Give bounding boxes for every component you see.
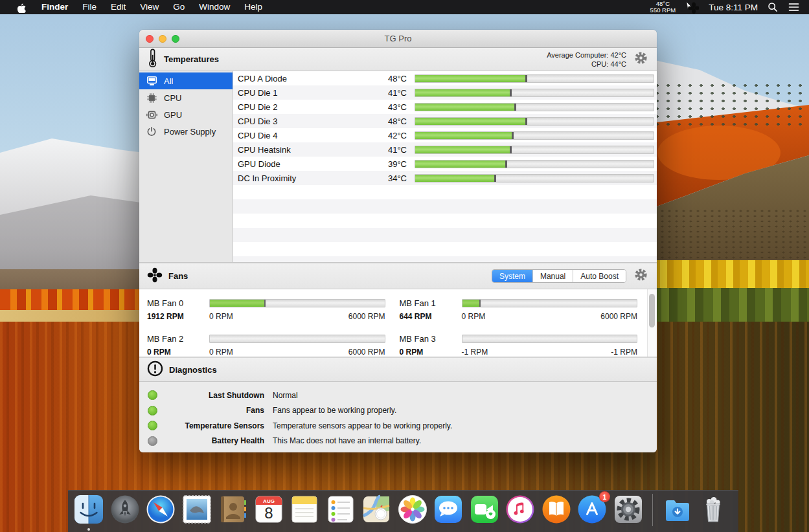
fans-title: Fans bbox=[168, 271, 188, 281]
menu-clock[interactable]: Tue 8:11 PM bbox=[709, 3, 758, 12]
zoom-button[interactable] bbox=[172, 35, 179, 43]
spotlight-search-icon[interactable] bbox=[768, 2, 778, 12]
dock-item-finder[interactable] bbox=[73, 494, 104, 525]
sensor-list: CPU A Diode48°CCPU Die 141°CCPU Die 243°… bbox=[233, 71, 657, 262]
menu-item-window[interactable]: Window bbox=[192, 0, 237, 14]
dock-item-reminders[interactable] bbox=[325, 494, 356, 525]
menu-item-finder[interactable]: Finder bbox=[34, 0, 75, 14]
temperature-row[interactable]: CPU Die 442°C bbox=[233, 128, 657, 142]
temperature-row[interactable]: CPU A Diode48°C bbox=[233, 71, 657, 85]
fans-settings-gear-icon[interactable] bbox=[634, 268, 648, 284]
sensor-name: CPU Die 3 bbox=[233, 116, 377, 126]
menu-item-go[interactable]: Go bbox=[166, 0, 192, 14]
temperature-bar-fill bbox=[415, 75, 527, 82]
apple-menu-icon[interactable] bbox=[9, 2, 34, 13]
dock-item-ibooks[interactable] bbox=[541, 494, 572, 525]
dock-item-photos[interactable] bbox=[397, 494, 428, 525]
dock-item-launchpad[interactable] bbox=[109, 494, 141, 525]
fan-min-label: 0 RPM bbox=[462, 312, 486, 321]
fans-grid: MB Fan 01912 RPM0 RPM6000 RPMMB Fan 1644… bbox=[139, 289, 657, 357]
fans-scrollbar-thumb[interactable] bbox=[649, 294, 655, 327]
notification-center-icon[interactable] bbox=[788, 3, 800, 12]
tgpro-menu-status[interactable]: 48°C 550 RPM bbox=[650, 1, 676, 14]
fan-row-top: MB Fan 3 bbox=[400, 331, 638, 346]
app-icon-launchpad bbox=[109, 494, 141, 525]
fan-max-label: -1 RPM bbox=[611, 348, 637, 357]
gpu-icon bbox=[145, 109, 158, 120]
temperatures-settings-gear-icon[interactable] bbox=[634, 51, 648, 67]
fans-scrollbar[interactable] bbox=[647, 289, 657, 357]
fan-name: MB Fan 3 bbox=[400, 334, 462, 344]
temperature-row[interactable]: CPU Die 141°C bbox=[233, 85, 657, 100]
fan-range: 0 RPM6000 RPM bbox=[209, 312, 385, 321]
sensor-temperature: 34°C bbox=[377, 173, 415, 183]
cpu-temp-label: CPU: bbox=[591, 60, 608, 68]
dock-item-maps[interactable] bbox=[361, 494, 392, 525]
display-icon bbox=[145, 76, 158, 87]
fan-name: MB Fan 0 bbox=[147, 298, 209, 308]
menu-item-view[interactable]: View bbox=[133, 0, 166, 14]
sensor-temperature: 48°C bbox=[377, 116, 415, 126]
dock-item-mail[interactable] bbox=[181, 494, 212, 525]
temperature-row[interactable]: CPU Die 243°C bbox=[233, 100, 657, 114]
temperature-row[interactable]: DC In Proximity34°C bbox=[233, 171, 657, 185]
temperature-row[interactable]: GPU Diode39°C bbox=[233, 157, 657, 171]
fan-speed-bar[interactable] bbox=[209, 335, 385, 343]
fan-name: MB Fan 2 bbox=[147, 334, 209, 344]
dock-item-app-store[interactable]: 1 bbox=[576, 494, 608, 525]
fan-min-label: 0 RPM bbox=[209, 312, 233, 321]
app-icon-ibooks bbox=[541, 494, 572, 525]
fan-speed-bar[interactable] bbox=[209, 299, 385, 307]
fan-speed-bar[interactable] bbox=[462, 335, 638, 343]
fan-row-bottom: 0 RPM-1 RPM-1 RPM bbox=[400, 346, 638, 357]
app-icon-downloads bbox=[662, 494, 693, 525]
fan-mode-manual[interactable]: Manual bbox=[533, 270, 573, 282]
sidebar-item-all[interactable]: All bbox=[139, 72, 233, 89]
window-titlebar[interactable]: TG Pro bbox=[139, 30, 657, 48]
sidebar-item-gpu[interactable]: GPU bbox=[139, 106, 233, 123]
menu-item-edit[interactable]: Edit bbox=[104, 0, 133, 14]
app-icon-mail bbox=[181, 494, 212, 525]
dock-item-downloads[interactable] bbox=[662, 494, 693, 525]
fan-speed-bar[interactable] bbox=[462, 299, 638, 307]
dock-item-facetime[interactable] bbox=[469, 494, 500, 525]
fan-speed-bar-fill bbox=[210, 300, 266, 307]
menu-bar: FinderFileEditViewGoWindowHelp 48°C 550 … bbox=[0, 0, 809, 14]
fan-cursor-icon[interactable] bbox=[685, 1, 699, 14]
sidebar-item-label: All bbox=[164, 76, 173, 86]
dock-item-notes[interactable] bbox=[289, 494, 320, 525]
sidebar-item-cpu[interactable]: CPU bbox=[139, 89, 233, 106]
sidebar-item-power-supply[interactable]: Power Supply bbox=[139, 123, 233, 140]
diagnostics-header: Diagnostics bbox=[139, 357, 657, 382]
fan-mode-auto-boost[interactable]: Auto Boost bbox=[573, 270, 626, 282]
sensor-name: GPU Diode bbox=[233, 159, 377, 169]
fan-max-label: 6000 RPM bbox=[348, 348, 385, 357]
dock-item-itunes[interactable] bbox=[505, 494, 536, 525]
fan-row-top: MB Fan 0 bbox=[147, 295, 385, 311]
temperature-row[interactable]: CPU Die 348°C bbox=[233, 114, 657, 128]
dock-item-safari[interactable] bbox=[145, 494, 176, 525]
menu-item-help[interactable]: Help bbox=[237, 0, 269, 14]
app-icon-notes bbox=[289, 494, 320, 525]
minimize-button[interactable] bbox=[159, 35, 166, 43]
fan-min-label: -1 RPM bbox=[462, 348, 488, 357]
sensor-name: CPU Die 4 bbox=[233, 131, 377, 140]
diagnostics-icon bbox=[147, 360, 163, 379]
status-gray-dot bbox=[148, 436, 157, 446]
temperature-bar bbox=[415, 131, 654, 140]
menu-item-file[interactable]: File bbox=[75, 0, 104, 14]
dock-item-trash[interactable] bbox=[698, 494, 729, 525]
diagnostic-row: Battery HealthThis Mac does not have an … bbox=[139, 434, 657, 449]
dock-item-calendar[interactable]: AUG8 bbox=[253, 494, 284, 525]
dock-item-system-preferences[interactable] bbox=[613, 494, 644, 525]
dock: AUG81 bbox=[68, 490, 738, 532]
dock-item-contacts[interactable] bbox=[217, 494, 248, 525]
sensor-temperature: 41°C bbox=[377, 88, 415, 98]
temperature-bar bbox=[415, 74, 654, 83]
dock-item-messages[interactable] bbox=[433, 494, 464, 525]
close-button[interactable] bbox=[146, 35, 154, 43]
wallpaper-scrub-texture bbox=[652, 208, 809, 260]
fan-mode-system[interactable]: System bbox=[492, 270, 533, 282]
fan-item: MB Fan 20 RPM0 RPM6000 RPM bbox=[147, 331, 385, 357]
temperature-row[interactable]: CPU Heatsink41°C bbox=[233, 142, 657, 157]
